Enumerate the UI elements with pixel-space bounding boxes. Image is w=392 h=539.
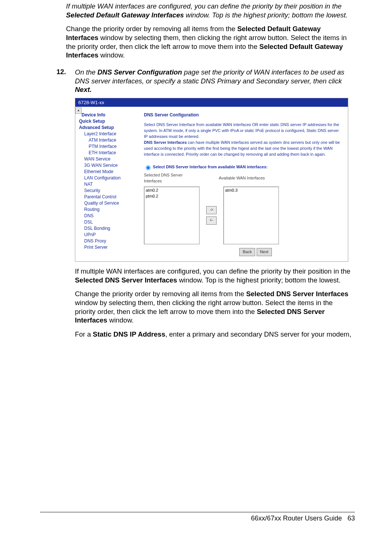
after-p1-pre: If multiple WAN interfaces are configure…	[75, 267, 350, 275]
sidebar-item[interactable]: Advanced Setup	[79, 125, 133, 130]
sidebar-item[interactable]: Quick Setup	[79, 119, 133, 124]
page-footer: 66xx/67xx Router Users Guide 63	[40, 512, 355, 522]
available-listbox[interactable]: atm0.3	[223, 186, 279, 244]
intro-para2-post: window.	[98, 51, 125, 59]
sidebar-item[interactable]: Layer2 Interface	[84, 131, 133, 136]
sidebar-item[interactable]: Routing	[84, 207, 133, 212]
sidebar-item[interactable]: ETH Interface	[89, 150, 133, 155]
sidebar-item[interactable]: Quality of Service	[84, 201, 133, 206]
step-pre: On the	[75, 68, 98, 76]
back-button[interactable]: Back	[239, 248, 255, 256]
available-label: Available WAN Interfaces	[219, 175, 271, 181]
footer-page: 63	[347, 515, 355, 522]
step-instruction: On the DNS Server Configuration page set…	[75, 68, 353, 94]
footer-title: 66xx/67xx Router Users Guide	[251, 515, 342, 522]
sidebar-item[interactable]: LAN Configuration	[84, 175, 133, 181]
after-p3-bold: Static DNS IP Address	[93, 330, 165, 338]
intro-para1-post: window. Top is the highest priority; bot…	[184, 11, 348, 19]
intro-para1-pre: If multiple WAN interfaces are configure…	[66, 2, 342, 10]
radio-select-interface[interactable]	[146, 165, 151, 170]
intro-para2: Change the priority order by removing al…	[66, 24, 353, 60]
content-para2-bold: DNS Server Interfaces	[144, 140, 187, 145]
after-p1-post: window. Top is the highest priority; bot…	[177, 276, 341, 284]
move-right-button[interactable]: ->	[206, 206, 217, 214]
after-p3: For a Static DNS IP Address, enter a pri…	[75, 330, 353, 339]
sidebar-item[interactable]: Ethernet Mode	[84, 169, 133, 174]
sidebar-item[interactable]: DSL Bonding	[84, 226, 133, 231]
list-item[interactable]: ptm0.2	[146, 194, 198, 199]
sidebar-item[interactable]: 3G WAN Service	[84, 163, 133, 168]
after-p2-bold1: Selected DNS Server Interfaces	[246, 290, 349, 298]
content-para1: Select DNS Server Interface from availab…	[144, 122, 341, 140]
sidebar-item[interactable]: PTM Interface	[89, 144, 133, 149]
intro-para1: If multiple WAN interfaces are configure…	[66, 2, 353, 19]
sidebar-item[interactable]: UPnP	[84, 232, 133, 237]
sidebar-item[interactable]: Device Info	[79, 112, 133, 118]
after-p2-post: window.	[107, 316, 134, 324]
move-left-button[interactable]: <-	[206, 216, 217, 225]
router-sidebar: ▲ Device InfoQuick SetupAdvanced SetupLa…	[75, 107, 133, 261]
content-heading: DNS Server Configuration	[144, 112, 341, 118]
intro-para2-pre: Change the priority order by removing al…	[66, 25, 237, 33]
list-item[interactable]: atm0.3	[225, 188, 277, 194]
after-p1-bold: Selected DNS Server Interfaces	[75, 276, 177, 284]
content-para2: DNS Server Interfaces can have multiple …	[144, 140, 341, 158]
step-bold1: DNS Server Configuration	[98, 68, 182, 76]
router-titlebar: 6728-W1-xx	[75, 98, 348, 107]
router-screenshot: 6728-W1-xx ▲ Device InfoQuick SetupAdvan…	[75, 98, 348, 262]
list-item[interactable]: atm0.2	[146, 188, 198, 194]
sidebar-item[interactable]: NAT	[84, 182, 133, 187]
sidebar-item[interactable]: WAN Service	[84, 156, 133, 162]
sidebar-item[interactable]: Parental Control	[84, 194, 133, 199]
sidebar-item[interactable]: ATM Interface	[89, 138, 133, 143]
step-bold2: Next.	[75, 86, 92, 93]
sidebar-item[interactable]: Print Server	[84, 245, 133, 250]
radio-option[interactable]: Select DNS Server Interface from availab…	[144, 164, 341, 170]
after-p3-post: , enter a primary and secondary DNS serv…	[165, 330, 352, 338]
scroll-up-icon[interactable]: ▲	[75, 108, 82, 114]
sidebar-item[interactable]: DNS	[84, 213, 133, 218]
after-p3-pre: For a	[75, 330, 93, 338]
selected-label: Selected DNS Server Interfaces	[144, 172, 196, 184]
after-p1: If multiple WAN interfaces are configure…	[75, 267, 353, 284]
intro-para1-bold: Selected Default Gateway Interfaces	[66, 11, 184, 19]
selected-listbox[interactable]: atm0.2ptm0.2	[144, 186, 200, 244]
step-number: 12.	[51, 68, 66, 344]
sidebar-item[interactable]: Security	[84, 188, 133, 193]
after-p2: Change the priority order by removing al…	[75, 290, 353, 325]
after-p2-pre: Change the priority order by removing al…	[75, 290, 246, 298]
sidebar-item[interactable]: DSL	[84, 219, 133, 225]
next-button[interactable]: Next	[257, 248, 272, 256]
router-content: DNS Server Configuration Select DNS Serv…	[133, 107, 348, 261]
sidebar-item[interactable]: DNS Proxy	[84, 238, 133, 244]
radio-label: Select DNS Server Interface from availab…	[153, 165, 267, 169]
